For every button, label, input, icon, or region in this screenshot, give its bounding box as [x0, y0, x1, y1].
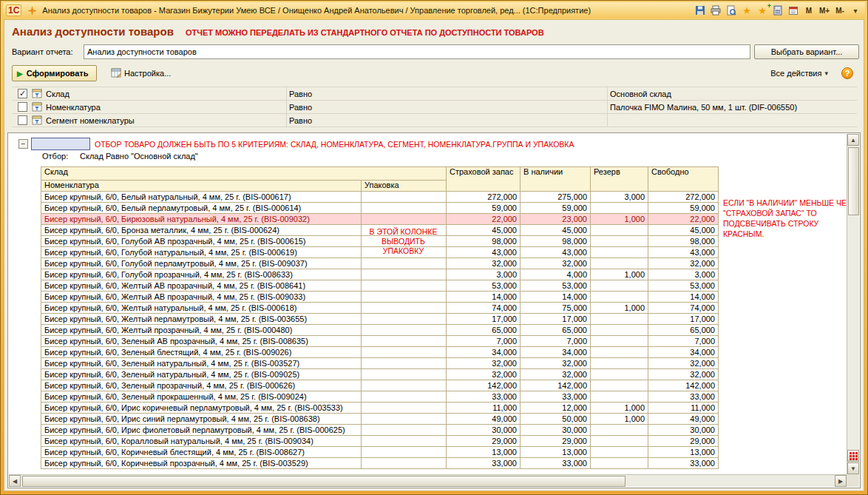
cell-packaging[interactable]	[362, 391, 447, 403]
cell-reserve[interactable]: 1,000	[591, 414, 648, 425]
cell-reserve[interactable]	[591, 325, 648, 336]
cell-safety-stock[interactable]: 53,000	[447, 280, 521, 292]
cell-packaging[interactable]	[362, 292, 447, 303]
cell-free[interactable]: 272,000	[648, 192, 719, 203]
cell-safety-stock[interactable]: 34,000	[447, 347, 521, 358]
cell-reserve[interactable]: 1,000	[591, 303, 648, 314]
cell-reserve[interactable]	[591, 292, 648, 303]
cell-available[interactable]: 23,000	[521, 214, 591, 225]
col-header-free[interactable]: Свободно	[648, 167, 719, 192]
cell-reserve[interactable]	[591, 247, 648, 258]
cell-reserve[interactable]: 1,000	[591, 269, 648, 280]
selected-cell[interactable]	[31, 138, 90, 150]
cell-available[interactable]: 53,000	[521, 280, 591, 292]
all-actions-button[interactable]: Все действия ▾	[767, 65, 831, 81]
cell-nomenclature[interactable]: Бисер крупный, 6/0, Желтый АВ прозрачный…	[41, 280, 362, 292]
table-row[interactable]: Бисер крупный, 6/0, Голубой прозрачный, …	[41, 269, 719, 280]
cell-nomenclature[interactable]: Бисер крупный, 6/0, Ирис синий перламутр…	[41, 414, 362, 425]
cell-available[interactable]: 75,000	[521, 303, 591, 314]
scroll-left-icon[interactable]: ◀	[9, 475, 21, 487]
cell-safety-stock[interactable]: 3,000	[447, 269, 521, 280]
cell-nomenclature[interactable]: Бисер крупный, 6/0, Коричневый блестящий…	[41, 447, 362, 458]
col-header-nomenclature[interactable]: Номенклатура	[41, 181, 362, 192]
calculator-icon[interactable]	[771, 4, 784, 17]
cell-free[interactable]: 49,000	[648, 414, 719, 425]
cell-nomenclature[interactable]: Бисер крупный, 6/0, Желтый натуральный, …	[41, 303, 362, 314]
cell-packaging[interactable]	[362, 458, 447, 469]
cell-safety-stock[interactable]: 98,000	[447, 236, 521, 247]
filter-checkbox[interactable]	[18, 102, 27, 112]
col-header-warehouse[interactable]: Склад	[41, 167, 447, 181]
cell-nomenclature[interactable]: Бисер крупный, 6/0, Коралловый натуральн…	[41, 436, 362, 447]
favorites-star-icon[interactable]: ★	[740, 4, 753, 17]
cell-safety-stock[interactable]: 30,000	[447, 425, 521, 436]
memory-m-minus-button[interactable]: M-	[833, 4, 847, 17]
cell-nomenclature[interactable]: Бисер крупный, 6/0, Голубой АВ прозрачны…	[41, 236, 362, 247]
cell-packaging[interactable]	[362, 414, 447, 425]
cell-packaging[interactable]	[362, 269, 447, 280]
table-row[interactable]: Бисер крупный, 6/0, Зеленый прокрашенный…	[41, 391, 719, 403]
vertical-scrollbar[interactable]: ▲ ▼	[847, 134, 859, 474]
filter-checkbox[interactable]: ✓	[18, 89, 27, 98]
table-row[interactable]: Бисер крупный, 6/0, Зеленый прозрачный, …	[41, 380, 719, 391]
cell-available[interactable]: 12,000	[521, 403, 591, 414]
cell-free[interactable]: 34,000	[648, 347, 719, 358]
cell-safety-stock[interactable]: 32,000	[447, 369, 521, 380]
cell-available[interactable]: 4,000	[521, 269, 591, 280]
cell-safety-stock[interactable]: 14,000	[447, 292, 521, 303]
print-preview-icon[interactable]	[725, 4, 738, 17]
cell-reserve[interactable]	[591, 458, 648, 469]
print-icon[interactable]	[709, 4, 722, 17]
titlebar-menu-arrow-icon[interactable]: ▾	[849, 4, 862, 17]
filter-row[interactable]: Номенклатура Равно Палочка FIMO Малина, …	[12, 101, 857, 114]
cell-free[interactable]: 98,000	[648, 236, 719, 247]
cell-nomenclature[interactable]: Бисер крупный, 6/0, Зеленый прозрачный, …	[41, 380, 362, 391]
cell-reserve[interactable]	[591, 314, 648, 325]
cell-nomenclature[interactable]: Бисер крупный, 6/0, Желтый АВ прозрачный…	[41, 292, 362, 303]
cell-nomenclature[interactable]: Бисер крупный, 6/0, Зеленый прокрашенный…	[41, 391, 362, 403]
cell-reserve[interactable]	[591, 447, 648, 458]
cell-available[interactable]: 45,000	[521, 225, 591, 236]
table-row[interactable]: Бисер крупный, 6/0, Коричневый прозрачны…	[41, 458, 719, 469]
cell-free[interactable]: 17,000	[648, 314, 719, 325]
filter-row[interactable]: Сегмент номенклатуры Равно	[12, 114, 857, 127]
cell-nomenclature[interactable]: Бисер крупный, 6/0, Бирюзовый натуральны…	[41, 214, 362, 225]
cell-safety-stock[interactable]: 45,000	[447, 225, 521, 236]
cell-available[interactable]: 98,000	[521, 236, 591, 247]
table-row[interactable]: Бисер крупный, 6/0, Зеленый АВ прозрачны…	[41, 336, 719, 347]
cell-available[interactable]: 29,000	[521, 436, 591, 447]
cell-packaging[interactable]	[362, 336, 447, 347]
cell-nomenclature[interactable]: Бисер крупный, 6/0, Зеленый натуральный,…	[41, 358, 362, 369]
cell-free[interactable]: 22,000	[648, 214, 719, 225]
cell-safety-stock[interactable]: 32,000	[447, 358, 521, 369]
cell-free[interactable]: 142,000	[648, 380, 719, 391]
cell-free[interactable]: 32,000	[648, 258, 719, 269]
cell-nomenclature[interactable]: Бисер крупный, 6/0, Коричневый прозрачны…	[41, 458, 362, 469]
variant-input[interactable]	[84, 44, 750, 59]
add-favorite-star-icon[interactable]: ★+	[756, 4, 769, 17]
cell-reserve[interactable]	[591, 203, 648, 214]
cell-free[interactable]: 45,000	[648, 225, 719, 236]
cell-reserve[interactable]	[591, 347, 648, 358]
table-row[interactable]: Бисер крупный, 6/0, Ирис фиолетовый перл…	[41, 425, 719, 436]
cell-reserve[interactable]	[591, 236, 648, 247]
cell-packaging[interactable]	[362, 347, 447, 358]
col-header-reserve[interactable]: Резерв	[591, 167, 648, 192]
cell-available[interactable]: 43,000	[521, 247, 591, 258]
memory-m-plus-button[interactable]: M+	[818, 4, 831, 17]
cell-available[interactable]: 275,000	[521, 192, 591, 203]
cell-packaging[interactable]	[362, 258, 447, 269]
cell-packaging[interactable]	[362, 425, 447, 436]
cell-packaging[interactable]	[362, 380, 447, 391]
cell-safety-stock[interactable]: 33,000	[447, 458, 521, 469]
cell-safety-stock[interactable]: 32,000	[447, 258, 521, 269]
group-collapse-button[interactable]: −	[18, 139, 28, 149]
cell-nomenclature[interactable]: Бисер крупный, 6/0, Желтый перламутровый…	[41, 314, 362, 325]
cell-safety-stock[interactable]: 142,000	[447, 380, 521, 391]
cell-free[interactable]: 33,000	[648, 458, 719, 469]
cell-safety-stock[interactable]: 74,000	[447, 303, 521, 314]
choose-variant-button[interactable]: Выбрать вариант...	[754, 44, 859, 59]
generate-button[interactable]: ▶ Сформировать	[12, 65, 97, 81]
cell-nomenclature[interactable]: Бисер крупный, 6/0, Голубой перламутровы…	[41, 258, 362, 269]
scroll-right-icon[interactable]: ▶	[835, 475, 847, 487]
